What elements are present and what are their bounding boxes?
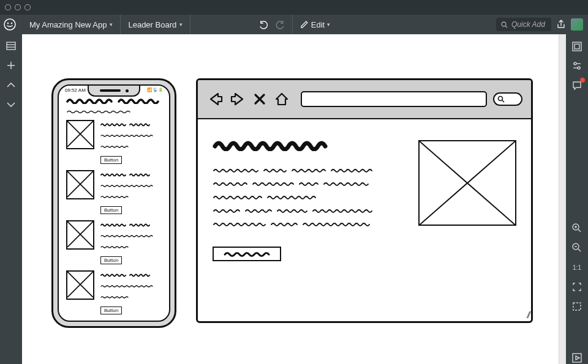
project-name-label: My Amazing New App <box>29 20 107 29</box>
browser-body: /// <box>198 119 531 321</box>
text-squiggle <box>100 295 162 299</box>
image-placeholder-icon <box>66 270 94 300</box>
browser-search-button[interactable] <box>493 92 522 106</box>
paragraph-squiggle <box>213 221 378 227</box>
share-button[interactable] <box>556 19 566 31</box>
chevron-down-icon: ▾ <box>327 21 330 28</box>
browser-nav <box>206 90 291 108</box>
browser-url-input[interactable] <box>301 91 487 107</box>
svg-rect-35 <box>573 303 581 310</box>
list-item: Button <box>66 270 162 314</box>
redo-button[interactable] <box>275 19 286 30</box>
svg-line-4 <box>505 26 507 28</box>
zoom-actual-button[interactable]: 1:1 <box>571 261 583 273</box>
browser-back-icon[interactable] <box>206 90 225 108</box>
text-squiggle <box>100 223 162 227</box>
left-rail <box>0 34 22 364</box>
right-toolbar: Quick Add <box>496 18 588 31</box>
browser-chrome <box>198 80 531 119</box>
app-toolbar: My Amazing New App ▾ Leader Board ▾ Edit… <box>0 15 588 34</box>
panel-toggle-icon[interactable] <box>6 40 17 51</box>
undo-button[interactable] <box>258 19 269 30</box>
window-minimize-icon[interactable] <box>15 4 21 10</box>
svg-rect-5 <box>7 42 15 50</box>
svg-line-29 <box>578 229 581 232</box>
resize-handle-icon[interactable]: /// <box>527 310 529 320</box>
edit-label: Edit <box>311 20 325 29</box>
vertical-scrollbar[interactable] <box>559 34 566 364</box>
svg-rect-23 <box>575 44 579 49</box>
item-button[interactable]: Button <box>100 206 122 214</box>
page-menu[interactable]: Leader Board ▾ <box>121 15 190 34</box>
play-button[interactable] <box>571 352 583 364</box>
paragraph-squiggle <box>213 180 378 187</box>
mockup-browser[interactable]: /// <box>196 78 533 323</box>
text-squiggle <box>100 173 162 177</box>
svg-point-25 <box>574 62 576 65</box>
paragraph-squiggle <box>213 167 378 173</box>
window-titlebar <box>0 0 588 15</box>
svg-line-19 <box>502 100 504 102</box>
cta-button[interactable] <box>213 247 281 261</box>
list-item: Button <box>66 220 162 264</box>
browser-forward-icon[interactable] <box>228 90 247 108</box>
text-squiggle <box>100 133 162 138</box>
text-squiggle <box>100 144 162 149</box>
settings-icon[interactable] <box>571 60 583 72</box>
item-button[interactable]: Button <box>100 256 122 264</box>
app-logo-icon[interactable] <box>4 18 16 31</box>
svg-point-2 <box>11 23 12 24</box>
window-close-icon[interactable] <box>5 4 11 10</box>
svg-point-27 <box>578 67 580 69</box>
button-label-squiggle <box>222 250 271 258</box>
list-item: Button <box>66 120 162 164</box>
list-item: Button <box>66 170 162 214</box>
center-toolbar: Edit ▾ <box>258 15 330 34</box>
paragraph-squiggle <box>213 194 378 200</box>
svg-point-18 <box>499 97 503 101</box>
edit-menu[interactable]: Edit ▾ <box>292 15 330 34</box>
svg-point-1 <box>7 23 9 24</box>
item-button[interactable]: Button <box>100 156 122 164</box>
inspector-icon[interactable] <box>571 40 583 53</box>
browser-home-icon[interactable] <box>273 90 291 108</box>
image-placeholder-icon <box>66 220 94 250</box>
zoom-fit-button[interactable] <box>571 281 583 293</box>
page-name-label: Leader Board <box>128 20 176 29</box>
text-squiggle <box>100 284 162 288</box>
phone-status-icons: 📶 📡 🔋 <box>147 87 163 93</box>
text-squiggle <box>100 245 162 249</box>
project-menu[interactable]: My Amazing New App ▾ <box>22 15 121 34</box>
comments-icon[interactable] <box>571 80 583 92</box>
text-squiggle <box>100 184 162 188</box>
phone-heading-squiggle <box>66 97 164 104</box>
svg-rect-22 <box>573 42 581 51</box>
window-zoom-icon[interactable] <box>24 4 31 10</box>
canvas[interactable]: 09:52 AM 📶 📡 🔋 Bu <box>22 34 559 364</box>
phone-time: 09:52 AM <box>65 87 86 93</box>
chevron-down-icon: ▾ <box>110 21 113 28</box>
right-rail: 1:1 <box>566 34 588 364</box>
phone-subheading-squiggle <box>66 109 164 114</box>
user-avatar[interactable] <box>571 18 583 31</box>
add-button[interactable] <box>6 60 17 71</box>
browser-stop-icon[interactable] <box>251 90 269 108</box>
zoom-out-button[interactable] <box>571 242 583 254</box>
text-squiggle <box>100 122 162 127</box>
quick-add-input[interactable]: Quick Add <box>496 18 551 31</box>
image-placeholder-icon <box>418 140 516 226</box>
item-button[interactable]: Button <box>100 306 122 314</box>
mockup-phone[interactable]: 09:52 AM 📶 📡 🔋 Bu <box>51 78 176 328</box>
expand-down-icon[interactable] <box>6 99 17 110</box>
svg-point-0 <box>4 19 15 30</box>
paragraph-squiggle <box>213 207 378 214</box>
svg-point-3 <box>502 22 506 26</box>
collapse-up-icon[interactable] <box>6 80 17 91</box>
phone-screen: 09:52 AM 📶 📡 🔋 Bu <box>58 84 170 322</box>
image-placeholder-icon <box>66 120 94 149</box>
zoom-in-button[interactable] <box>571 222 583 234</box>
notification-badge <box>580 78 585 83</box>
text-squiggle <box>100 234 162 238</box>
canvas-area: 09:52 AM 📶 📡 🔋 Bu <box>22 34 566 364</box>
fullscreen-button[interactable] <box>571 300 583 313</box>
